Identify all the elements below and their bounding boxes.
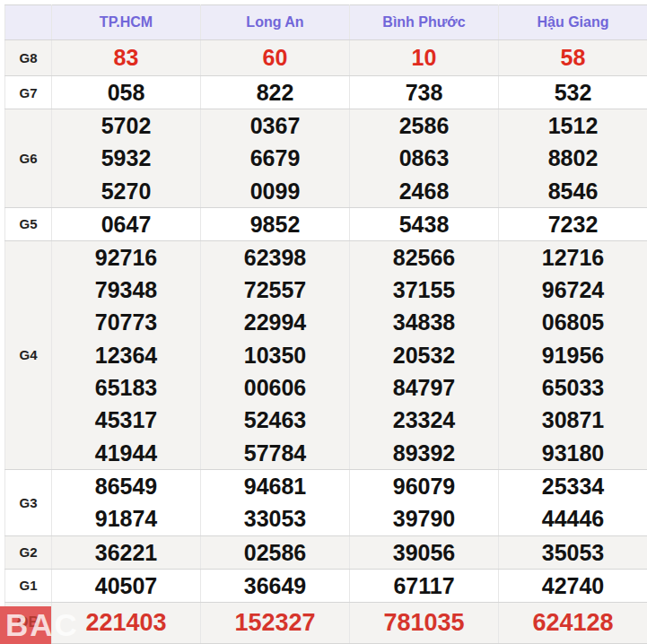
- result-cell: 12716967240680591956650333087193180: [499, 240, 647, 469]
- result-number: 22994: [201, 306, 349, 338]
- prize-row-g3: G386549918749468133053960793979025334444…: [5, 469, 647, 535]
- result-number: 37155: [350, 274, 498, 306]
- result-number: 35053: [499, 536, 647, 569]
- result-cell: 9468133053: [201, 469, 350, 535]
- prize-label-g6: G6: [5, 109, 52, 208]
- province-column-header[interactable]: Long An: [201, 5, 350, 40]
- result-number: 8546: [499, 175, 647, 207]
- result-cell: 60: [201, 40, 350, 76]
- result-number: 67117: [350, 570, 498, 602]
- result-cell: 67117: [350, 569, 499, 602]
- result-number: 33053: [201, 502, 349, 535]
- result-cell: 36221: [52, 535, 201, 569]
- results-table: TP.HCMLong AnBình PhướcHậu Giang G883601…: [4, 4, 647, 644]
- result-number: 5270: [52, 175, 200, 207]
- result-cell: 058: [52, 76, 201, 109]
- result-number: 10350: [201, 339, 349, 371]
- result-number: 94681: [201, 470, 349, 503]
- result-number: 5438: [350, 208, 498, 240]
- result-cell: 39056: [350, 535, 499, 569]
- prize-row-g8: G883601058: [5, 40, 647, 76]
- province-column-header[interactable]: Hậu Giang: [499, 5, 647, 40]
- result-number: 532: [499, 76, 647, 109]
- result-number: 52463: [201, 404, 349, 436]
- result-number: 23324: [350, 404, 498, 436]
- result-number: 62398: [201, 241, 349, 274]
- result-number: 86549: [52, 470, 200, 503]
- result-number: 12364: [52, 339, 200, 371]
- result-number: 152327: [201, 603, 349, 643]
- result-cell: 570259325270: [52, 109, 201, 208]
- result-number: 45317: [52, 404, 200, 436]
- result-number: 34838: [350, 306, 498, 338]
- result-number: 624128: [499, 603, 647, 643]
- result-number: 65033: [499, 371, 647, 404]
- prize-label-g8: G8: [5, 40, 52, 76]
- prize-row-g2: G236221025863905635053: [5, 535, 647, 569]
- result-cell: 036766790099: [201, 109, 350, 208]
- result-cell: 151288028546: [499, 109, 647, 208]
- result-number: 93180: [499, 437, 647, 469]
- prize-label-g2: G2: [5, 535, 52, 569]
- result-number: 70773: [52, 306, 200, 338]
- result-number: 96079: [350, 470, 498, 503]
- province-column-header[interactable]: Bình Phước: [350, 5, 499, 40]
- result-cell: 58: [499, 40, 647, 76]
- corner-cell: [5, 5, 52, 40]
- result-number: 84797: [350, 371, 498, 404]
- result-number: 82566: [350, 241, 498, 274]
- result-cell: 62398725572299410350006065246357784: [201, 240, 350, 469]
- result-cell: 5438: [350, 207, 499, 240]
- result-number: 60: [201, 40, 349, 75]
- table-header: TP.HCMLong AnBình PhướcHậu Giang: [5, 5, 647, 40]
- result-number: 7232: [499, 208, 647, 240]
- result-cell: 36649: [201, 569, 350, 602]
- result-number: 40507: [52, 570, 200, 602]
- result-cell: 738: [350, 76, 499, 109]
- prize-row-g7: G7058822738532: [5, 76, 647, 109]
- result-cell: 0647: [52, 207, 201, 240]
- prize-row-g4: G492716793487077312364651834531741944623…: [5, 240, 647, 469]
- result-number: 10: [350, 40, 498, 75]
- result-number: 2468: [350, 175, 498, 207]
- prize-label-db: BACĐB: [5, 602, 52, 643]
- result-cell: 9607939790: [350, 469, 499, 535]
- result-number: 9852: [201, 208, 349, 240]
- result-number: 44446: [499, 502, 647, 535]
- result-number: 5932: [52, 142, 200, 174]
- result-number: 92716: [52, 241, 200, 274]
- result-cell: 2533444446: [499, 469, 647, 535]
- result-number: 5702: [52, 109, 200, 142]
- result-number: 91874: [52, 502, 200, 535]
- result-number: 0367: [201, 109, 349, 142]
- result-number: 65183: [52, 371, 200, 404]
- result-number: 83: [52, 40, 200, 75]
- result-cell: 02586: [201, 535, 350, 569]
- result-cell: 9852: [201, 207, 350, 240]
- result-number: 0863: [350, 142, 498, 174]
- result-number: 781035: [350, 603, 498, 643]
- prize-label-g5: G5: [5, 207, 52, 240]
- result-number: 89392: [350, 437, 498, 469]
- result-number: 57784: [201, 437, 349, 469]
- lottery-results-page: { "table": { "columns": ["TP.HCM", "Long…: [0, 0, 647, 644]
- result-cell: 10: [350, 40, 499, 76]
- prize-row-g6: G657025932527003676679009925860863246815…: [5, 109, 647, 208]
- result-number: 6679: [201, 142, 349, 174]
- province-column-header[interactable]: TP.HCM: [52, 5, 201, 40]
- result-number: 2586: [350, 109, 498, 142]
- result-number: 0647: [52, 208, 200, 240]
- result-cell: 221403: [52, 602, 201, 643]
- result-number: 8802: [499, 142, 647, 174]
- result-cell: 822: [201, 76, 350, 109]
- result-number: 06805: [499, 306, 647, 338]
- result-number: 738: [350, 76, 498, 109]
- result-cell: 8654991874: [52, 469, 201, 535]
- prize-label-g7: G7: [5, 76, 52, 109]
- result-cell: 781035: [350, 602, 499, 643]
- result-number: 42740: [499, 570, 647, 602]
- result-cell: 35053: [499, 535, 647, 569]
- result-number: 36221: [52, 536, 200, 569]
- prize-label-g1: G1: [5, 569, 52, 602]
- prize-label-text: ĐB: [17, 614, 39, 631]
